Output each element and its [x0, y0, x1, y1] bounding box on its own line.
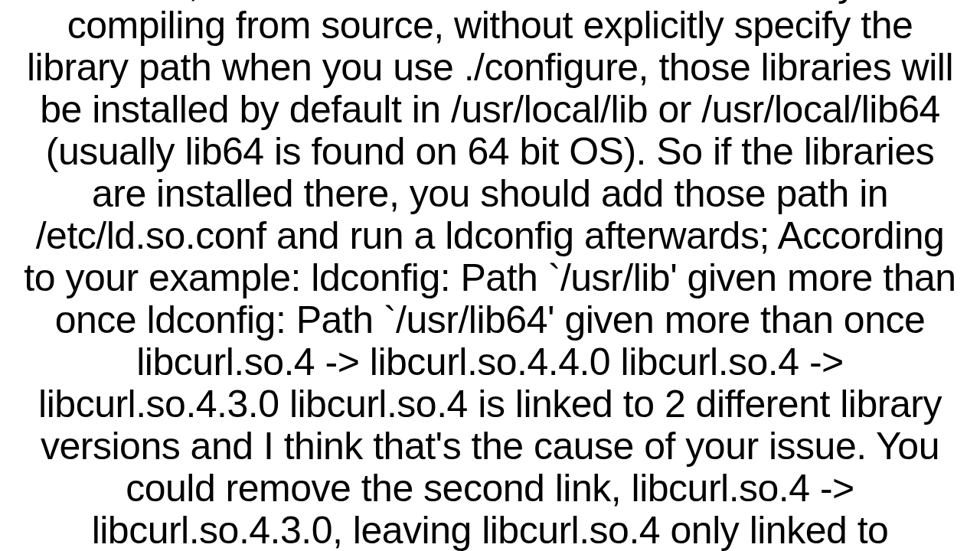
document-viewport: I know, on CentOS is /usr/lib and /usr/l… — [0, 0, 980, 551]
document-body-text: I know, on CentOS is /usr/lib and /usr/l… — [21, 0, 959, 551]
